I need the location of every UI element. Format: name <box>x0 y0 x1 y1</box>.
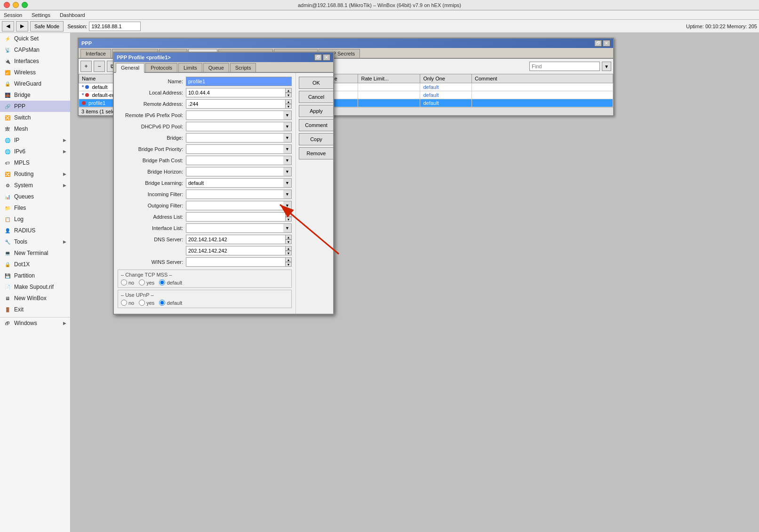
local-address-up[interactable]: ▲ <box>285 88 292 93</box>
sidebar-item-mesh[interactable]: 🕸 Mesh <box>0 123 70 135</box>
bridge-input[interactable] <box>186 133 283 143</box>
sidebar-item-wireless[interactable]: 📶 Wireless <box>0 67 70 78</box>
dns-server-2-up[interactable]: ▲ <box>285 246 292 251</box>
bridge-horizon-input[interactable] <box>186 167 283 176</box>
ppp-close-button[interactable]: ✕ <box>603 40 610 47</box>
upnp-yes-radio[interactable] <box>139 300 145 306</box>
forward-button[interactable]: ▶ <box>16 21 28 32</box>
bridge-dropdown[interactable]: ▼ <box>283 133 292 143</box>
remote-address-down[interactable]: ▼ <box>285 104 292 109</box>
dhcpv6-dropdown[interactable]: ▼ <box>283 122 292 131</box>
session-input[interactable] <box>89 22 141 31</box>
find-input[interactable] <box>529 62 600 71</box>
dns-server-1-up[interactable]: ▲ <box>285 235 292 239</box>
dialog-tab-protocols[interactable]: Protocols <box>145 63 177 72</box>
incoming-filter-dropdown[interactable]: ▼ <box>283 190 292 199</box>
upnp-no-radio[interactable] <box>121 300 127 306</box>
tcp-mss-yes-radio[interactable] <box>139 279 145 286</box>
address-list-down[interactable]: ▼ <box>285 217 292 222</box>
address-list-up[interactable]: ▲ <box>285 212 292 217</box>
back-button[interactable]: ◀ <box>2 21 14 32</box>
remote-address-up[interactable]: ▲ <box>285 99 292 104</box>
dns-server-1-input[interactable] <box>186 235 285 244</box>
incoming-filter-input[interactable] <box>186 190 283 199</box>
cancel-button[interactable]: Cancel <box>299 91 334 103</box>
bridge-path-cost-input[interactable] <box>186 156 283 165</box>
sidebar-item-tools[interactable]: 🔧 Tools ▶ <box>0 236 70 247</box>
remove-button[interactable]: − <box>94 61 105 72</box>
sidebar-item-partition[interactable]: 💾 Partition <box>0 270 70 281</box>
dialog-tab-limits[interactable]: Limits <box>178 63 202 72</box>
add-button[interactable]: + <box>80 61 92 72</box>
sidebar-item-mpls[interactable]: 🏷 MPLS <box>0 157 70 168</box>
bridge-path-cost-dropdown[interactable]: ▼ <box>283 156 292 165</box>
safe-mode-button[interactable]: Safe Mode <box>30 21 64 32</box>
bridge-learning-input[interactable] <box>186 178 283 188</box>
sidebar-item-routing[interactable]: 🔀 Routing ▶ <box>0 168 70 180</box>
upnp-default-option[interactable]: default <box>159 300 182 306</box>
sidebar-item-interfaces[interactable]: 🔌 Interfaces <box>0 56 70 67</box>
dialog-close-button[interactable]: ✕ <box>323 54 330 61</box>
minimize-button[interactable] <box>13 2 19 8</box>
bridge-learning-dropdown[interactable]: ▼ <box>283 178 292 188</box>
tcp-mss-default-radio[interactable] <box>159 279 165 286</box>
remove-button[interactable]: Remove <box>299 147 334 159</box>
sidebar-item-capsman[interactable]: 📡 CAPsMan <box>0 44 70 56</box>
local-address-input[interactable] <box>186 88 285 97</box>
sidebar-item-queues[interactable]: 📊 Queues <box>0 191 70 202</box>
col-only-one[interactable]: Only One <box>420 74 472 83</box>
dns-server-1-down[interactable]: ▼ <box>285 239 292 244</box>
sidebar-item-system[interactable]: ⚙ System ▶ <box>0 180 70 191</box>
sidebar-item-dot1x[interactable]: 🔒 Dot1X <box>0 259 70 270</box>
dns-server-2-input[interactable] <box>186 246 285 255</box>
sidebar-item-radius[interactable]: 👤 RADIUS <box>0 225 70 236</box>
dialog-tab-general[interactable]: General <box>116 63 144 73</box>
sidebar-item-quick-set[interactable]: ⚡ Quick Set <box>0 33 70 44</box>
bridge-port-priority-dropdown[interactable]: ▼ <box>283 144 292 154</box>
window-controls[interactable] <box>4 2 28 8</box>
sidebar-item-files[interactable]: 📁 Files <box>0 202 70 214</box>
sidebar-item-bridge[interactable]: 🌉 Bridge <box>0 89 70 101</box>
wins-server-input[interactable] <box>186 257 285 267</box>
sidebar-item-log[interactable]: 📋 Log <box>0 214 70 225</box>
interface-list-dropdown[interactable]: ▼ <box>283 223 292 233</box>
dialog-restore-button[interactable]: 🗗 <box>314 54 322 61</box>
ppp-restore-button[interactable]: 🗗 <box>594 40 602 47</box>
remote-ipv6-input[interactable] <box>186 111 283 120</box>
menu-session[interactable]: Session <box>2 12 24 18</box>
tab-interface[interactable]: Interface <box>80 49 111 58</box>
tcp-mss-no-option[interactable]: no <box>121 279 134 286</box>
close-button[interactable] <box>4 2 10 8</box>
bridge-port-priority-input[interactable] <box>186 144 283 154</box>
sidebar-item-ppp[interactable]: 🔗 PPP <box>0 101 70 112</box>
dialog-tab-queue[interactable]: Queue <box>203 63 229 72</box>
maximize-button[interactable] <box>22 2 28 8</box>
sidebar-item-new-terminal[interactable]: 💻 New Terminal <box>0 247 70 259</box>
menu-settings[interactable]: Settings <box>30 12 52 18</box>
dialog-tab-scripts[interactable]: Scripts <box>230 63 256 72</box>
upnp-yes-option[interactable]: yes <box>139 300 154 306</box>
apply-button[interactable]: Apply <box>299 105 334 117</box>
sidebar-item-switch[interactable]: 🔀 Switch <box>0 112 70 123</box>
bridge-horizon-dropdown[interactable]: ▼ <box>283 167 292 176</box>
local-address-down[interactable]: ▼ <box>285 93 292 97</box>
dhcpv6-input[interactable] <box>186 122 283 131</box>
wins-server-down[interactable]: ▼ <box>285 262 292 267</box>
name-input[interactable] <box>186 77 292 86</box>
ppp-window-controls[interactable]: 🗗 ✕ <box>594 40 610 47</box>
col-comment[interactable]: Comment <box>472 74 613 83</box>
comment-button[interactable]: Comment <box>299 119 334 131</box>
tcp-mss-yes-option[interactable]: yes <box>139 279 154 286</box>
sidebar-item-ip[interactable]: 🌐 IP ▶ <box>0 135 70 146</box>
outgoing-filter-dropdown[interactable]: ▼ <box>283 201 292 210</box>
outgoing-filter-input[interactable] <box>186 201 283 210</box>
sidebar-item-exit[interactable]: 🚪 Exit <box>0 304 70 315</box>
tcp-mss-default-option[interactable]: default <box>159 279 182 286</box>
sidebar-item-new-winbox[interactable]: 🖥 New WinBox <box>0 293 70 304</box>
upnp-default-radio[interactable] <box>159 300 165 306</box>
dialog-controls[interactable]: 🗗 ✕ <box>314 54 330 61</box>
ok-button[interactable]: OK <box>299 77 334 89</box>
sidebar-item-ipv6[interactable]: 🌐 IPv6 ▶ <box>0 146 70 157</box>
dns-server-2-down[interactable]: ▼ <box>285 251 292 255</box>
sidebar-item-wireguard[interactable]: 🔒 WireGuard <box>0 78 70 89</box>
